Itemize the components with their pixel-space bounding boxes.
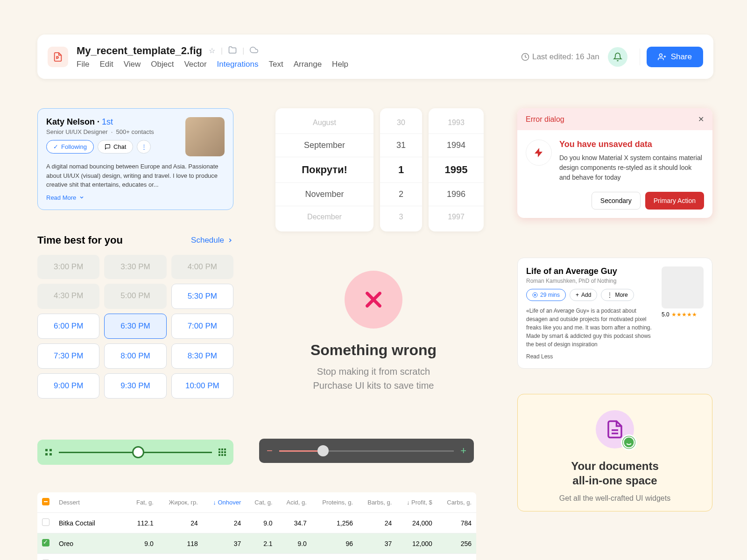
time-slot[interactable]: 7:00 PM <box>171 314 233 339</box>
time-slot: 3:30 PM <box>104 255 166 279</box>
row-checkbox[interactable] <box>42 539 49 546</box>
dialog-header: Error dialog <box>526 115 564 124</box>
day-column[interactable]: 30 31 1 2 3 <box>380 108 422 231</box>
time-slot[interactable]: 8:00 PM <box>104 343 166 369</box>
slider-dark[interactable]: − + <box>259 439 474 463</box>
close-button[interactable]: ✕ <box>698 115 704 124</box>
column-header[interactable]: Dessert <box>54 492 127 513</box>
document-icon <box>605 420 625 439</box>
star-icon[interactable]: ☆ <box>209 46 215 55</box>
avatar <box>185 117 225 156</box>
cell: 2.4 <box>277 554 311 560</box>
time-slot[interactable]: 10:00 PM <box>171 373 233 399</box>
column-header[interactable]: Proteins, g. <box>311 492 358 513</box>
chat-icon <box>105 144 111 150</box>
column-header[interactable]: Carbs, g. <box>437 492 476 513</box>
cell: 24 <box>203 513 246 533</box>
time-slot[interactable]: 7:30 PM <box>37 343 99 369</box>
time-slot: 4:00 PM <box>171 255 233 279</box>
svg-rect-13 <box>224 451 226 453</box>
folder-icon[interactable] <box>228 46 237 56</box>
cloud-icon[interactable] <box>250 46 258 56</box>
schedule-link[interactable]: Schedule <box>191 236 233 245</box>
cell: Oreo <box>54 533 127 554</box>
menu-edit[interactable]: Edit <box>99 60 113 69</box>
month-column[interactable]: August September Покрути! November Decem… <box>275 108 374 231</box>
cell: 9.0 <box>277 533 311 554</box>
cell: 10,000 <box>396 554 437 560</box>
profile-name: Katy Nelson · 1st <box>46 117 180 127</box>
column-header[interactable]: Cat, g. <box>246 492 277 513</box>
menu-help[interactable]: Help <box>332 60 348 69</box>
secondary-button[interactable]: Secondary <box>592 192 641 210</box>
svg-rect-11 <box>218 451 220 453</box>
time-title: Time best for you <box>37 234 123 246</box>
x-icon <box>361 287 386 312</box>
time-slot[interactable]: 6:00 PM <box>37 314 99 339</box>
data-table: DessertFat, g.Жирок, гр.↓ OnhoverCat, g.… <box>37 492 476 560</box>
time-slot[interactable]: 6:30 PM <box>104 314 166 339</box>
slider-green[interactable] <box>37 440 233 465</box>
column-header[interactable]: Жирок, гр. <box>158 492 203 513</box>
last-edited-label: Last edited: 16 Jan <box>521 52 599 62</box>
menu-text[interactable]: Text <box>268 60 283 69</box>
share-button[interactable]: Share <box>647 47 703 67</box>
row-checkbox[interactable] <box>42 518 49 526</box>
cell: 2.1 <box>246 533 277 554</box>
play-button[interactable]: 29 mins <box>526 289 566 301</box>
year-column[interactable]: 1993 1994 1995 1996 1997 <box>429 108 484 231</box>
more-button[interactable]: ⋮ <box>137 140 151 154</box>
clock-icon <box>521 53 529 61</box>
svg-point-23 <box>623 437 634 448</box>
slider-track[interactable] <box>279 450 454 452</box>
podcast-description: «Life of an Average Guy» is a podcast ab… <box>526 307 654 349</box>
menu-arrange[interactable]: Arrange <box>294 60 322 69</box>
primary-button[interactable]: Primary Action <box>645 192 704 210</box>
add-button[interactable]: + Add <box>570 289 597 301</box>
cell: 784 <box>437 513 476 533</box>
menu-view[interactable]: View <box>124 60 141 69</box>
time-slot: 3:00 PM <box>37 255 99 279</box>
slider-track[interactable] <box>59 452 212 453</box>
zoom-in-button[interactable]: + <box>460 445 466 457</box>
svg-rect-15 <box>221 454 223 456</box>
time-slot[interactable]: 5:30 PM <box>171 284 233 309</box>
cell: 9.0 <box>127 533 158 554</box>
chat-button[interactable]: Chat <box>98 140 133 154</box>
read-less-link[interactable]: Read Less <box>526 353 654 360</box>
read-more-link[interactable]: Read More <box>46 194 225 201</box>
column-header[interactable]: Fat, g. <box>127 492 158 513</box>
slider-thumb[interactable] <box>132 446 144 458</box>
checkbox-all[interactable] <box>42 498 49 505</box>
table-row[interactable]: Bitka Coctail112.124249.034.71,2562424,0… <box>37 513 476 533</box>
column-header[interactable]: ↓ Onhover <box>203 492 246 513</box>
error-subtitle: Stop making it from scratchPurchase UI k… <box>266 364 481 392</box>
time-slot[interactable]: 8:30 PM <box>171 343 233 369</box>
documents-card: Your documentsall-in-one space Get all t… <box>517 394 712 511</box>
menu-file[interactable]: File <box>77 60 89 69</box>
cell: 34.7 <box>277 513 311 533</box>
svg-rect-16 <box>224 454 226 456</box>
column-header[interactable]: ↓ Profit, $ <box>396 492 437 513</box>
podcast-card: Life of an Average Guy Roman Kamushken, … <box>517 258 712 369</box>
grid-small-icon <box>45 448 52 456</box>
svg-rect-10 <box>224 448 226 450</box>
zoom-out-button[interactable]: − <box>267 445 273 457</box>
column-header[interactable]: Barbs, g. <box>358 492 396 513</box>
table-row[interactable]: Oreo9.0118372.19.0963712,000256 <box>37 533 476 554</box>
error-state: Something wrong Stop making it from scra… <box>266 271 481 392</box>
table-row[interactable]: Girl Scout Cookies2.1379112.12.42411810,… <box>37 554 476 560</box>
slider-thumb[interactable] <box>317 445 329 456</box>
cell: 112.1 <box>127 513 158 533</box>
following-button[interactable]: ✓ Following <box>46 140 94 154</box>
time-slot[interactable]: 9:00 PM <box>37 373 99 399</box>
more-button[interactable]: ⋮ More <box>601 289 634 301</box>
time-slot[interactable]: 9:30 PM <box>104 373 166 399</box>
svg-marker-20 <box>535 294 536 296</box>
notifications-button[interactable] <box>608 47 627 67</box>
menu-integrations[interactable]: Integrations <box>217 60 259 69</box>
menu-vector[interactable]: Vector <box>184 60 206 69</box>
column-header[interactable]: Acid, g. <box>277 492 311 513</box>
rating: 5.0 ★★★★★ <box>662 311 704 318</box>
menu-object[interactable]: Object <box>151 60 174 69</box>
